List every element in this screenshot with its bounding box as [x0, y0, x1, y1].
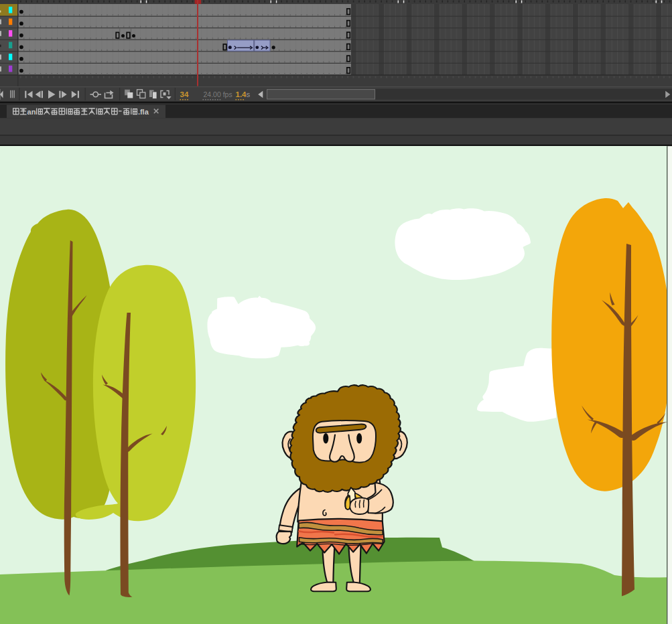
svg-text:34: 34 [180, 90, 189, 98]
svg-text:24.00 fps: 24.00 fps [204, 90, 232, 98]
svg-text:1.4: 1.4 [236, 90, 247, 98]
svg-text:s: s [247, 90, 251, 98]
svg-text:.fla: .fla [138, 108, 149, 116]
svg-text:an: an [27, 108, 36, 116]
